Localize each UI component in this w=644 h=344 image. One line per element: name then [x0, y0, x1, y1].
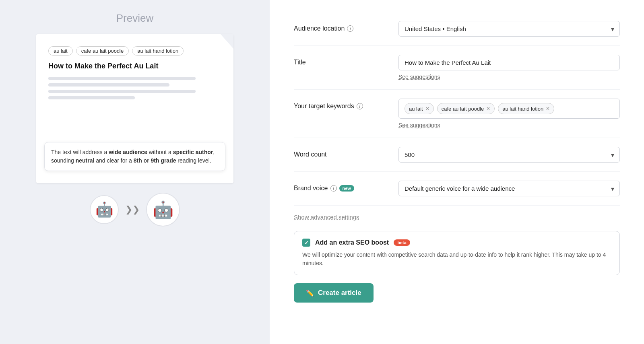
keyword-tag: au lait hand lotion	[132, 46, 184, 56]
bottom-section: Show advanced settings Add an extra SEO …	[294, 206, 620, 303]
seo-boost-beta-badge: beta	[394, 239, 410, 246]
keyword-chip-3-remove[interactable]: ✕	[546, 106, 550, 111]
doc-line	[48, 90, 196, 93]
arrow-icon: ❯❯	[125, 204, 140, 215]
word-count-row: Word count 500 750 1000 1500 2000	[294, 138, 620, 172]
seo-boost-description: We will optimize your content with compe…	[302, 251, 611, 268]
title-control: See suggestions	[398, 55, 620, 80]
keywords-label: Your target keywords i	[294, 99, 382, 110]
keywords-info-icon[interactable]: i	[357, 103, 363, 109]
document-card: au lait cafe au lait poodle au lait hand…	[36, 34, 233, 183]
brand-voice-info-icon[interactable]: i	[330, 185, 337, 192]
keyword-tags: au lait cafe au lait poodle au lait hand…	[48, 46, 221, 56]
audience-location-label: Audience location i	[294, 21, 382, 32]
word-count-control: 500 750 1000 1500 2000	[398, 147, 620, 163]
seo-boost-header: Add an extra SEO boost beta	[302, 239, 611, 247]
seo-boost-title: Add an extra SEO boost	[315, 239, 389, 246]
keywords-box[interactable]: au lait ✕ cafe au lait poodle ✕ au lait …	[398, 99, 620, 119]
doc-line	[48, 77, 196, 80]
word-count-select[interactable]: 500 750 1000 1500 2000	[398, 147, 620, 163]
doc-line	[48, 83, 169, 87]
audience-location-select-wrapper: United States • English United Kingdom •…	[398, 21, 620, 37]
word-count-label: Word count	[294, 147, 382, 158]
audience-location-control: United States • English United Kingdom •…	[398, 21, 620, 37]
keywords-control: au lait ✕ cafe au lait poodle ✕ au lait …	[398, 99, 620, 129]
brand-voice-select[interactable]: Default generic voice for a wide audienc…	[398, 181, 620, 196]
pencil-icon: ✏️	[306, 289, 314, 297]
title-label: Title	[294, 55, 382, 66]
seo-boost-checkbox[interactable]	[302, 239, 310, 247]
doc-corner	[221, 34, 233, 49]
audience-location-row: Audience location i United States • Engl…	[294, 12, 620, 46]
keyword-chip-2: cafe au lait poodle ✕	[437, 103, 495, 114]
brand-voice-row: Brand voice i new Default generic voice …	[294, 172, 620, 206]
keywords-see-suggestions[interactable]: See suggestions	[398, 122, 440, 128]
keyword-tag: au lait	[48, 46, 73, 56]
title-row: Title See suggestions	[294, 46, 620, 90]
keyword-tag: cafe au lait poodle	[76, 46, 129, 56]
left-panel: Preview au lait cafe au lait poodle au l…	[0, 0, 270, 344]
show-advanced-link[interactable]: Show advanced settings	[294, 210, 359, 228]
seo-boost-box: Add an extra SEO boost beta We will opti…	[294, 231, 620, 275]
keyword-chip-3: au lait hand lotion ✕	[498, 103, 554, 114]
audience-location-info-icon[interactable]: i	[347, 25, 353, 32]
title-see-suggestions[interactable]: See suggestions	[398, 74, 440, 80]
robot-after: 🤖	[146, 193, 180, 227]
robot-row: 🤖 ❯❯ 🤖	[90, 193, 180, 227]
right-panel: Audience location i United States • Engl…	[270, 0, 644, 344]
keyword-chip-1-remove[interactable]: ✕	[425, 106, 429, 111]
audience-location-select[interactable]: United States • English United Kingdom •…	[398, 21, 620, 37]
keyword-chip-1: au lait ✕	[405, 103, 434, 114]
doc-line	[48, 96, 135, 99]
preview-title: Preview	[116, 12, 153, 25]
keywords-row: Your target keywords i au lait ✕ cafe au…	[294, 90, 620, 138]
title-input[interactable]	[398, 55, 620, 70]
brand-voice-select-wrapper: Default generic voice for a wide audienc…	[398, 181, 620, 196]
brand-voice-label: Brand voice i new	[294, 181, 382, 192]
doc-title: How to Make the Perfect Au Lait	[48, 62, 221, 70]
word-count-select-wrapper: 500 750 1000 1500 2000	[398, 147, 620, 163]
brand-voice-new-badge: new	[339, 185, 354, 192]
create-article-label: Create article	[318, 289, 361, 297]
robot-before: 🤖	[90, 195, 119, 224]
brand-voice-tooltip: The text will address a wide audience wi…	[44, 142, 225, 171]
create-article-button[interactable]: ✏️ Create article	[294, 283, 374, 303]
keyword-chip-2-remove[interactable]: ✕	[486, 106, 490, 111]
brand-voice-control: Default generic voice for a wide audienc…	[398, 181, 620, 196]
